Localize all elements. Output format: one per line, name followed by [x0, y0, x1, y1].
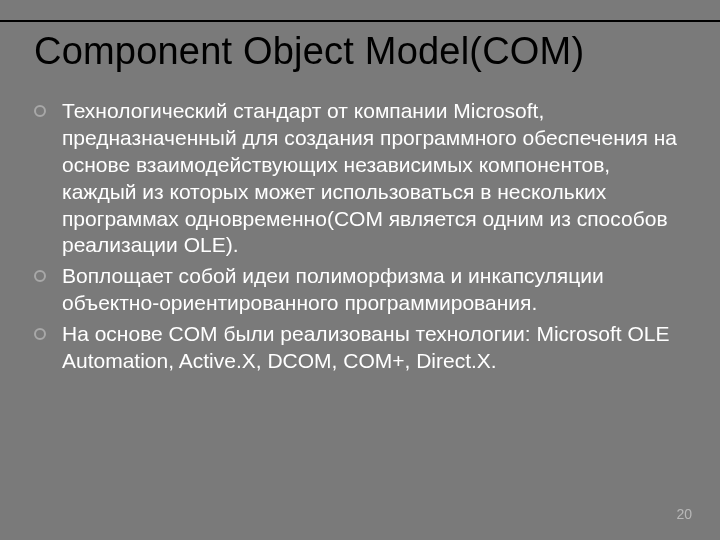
list-item: Воплощает собой идеи полиморфизма и инка… [34, 263, 686, 317]
page-number: 20 [676, 506, 692, 522]
bullet-icon [34, 105, 46, 117]
slide: Component Object Model(COM) Технологичес… [0, 0, 720, 540]
top-rule [0, 20, 720, 22]
list-item-text: Воплощает собой идеи полиморфизма и инка… [62, 264, 604, 314]
slide-title: Component Object Model(COM) [34, 30, 584, 73]
list-item-text: На основе COM были реализованы технологи… [62, 322, 669, 372]
bullet-icon [34, 328, 46, 340]
list-item: Технологический стандарт от компании Mic… [34, 98, 686, 259]
bullet-icon [34, 270, 46, 282]
list-item: На основе COM были реализованы технологи… [34, 321, 686, 375]
slide-body: Технологический стандарт от компании Mic… [34, 98, 686, 379]
list-item-text: Технологический стандарт от компании Mic… [62, 99, 677, 256]
